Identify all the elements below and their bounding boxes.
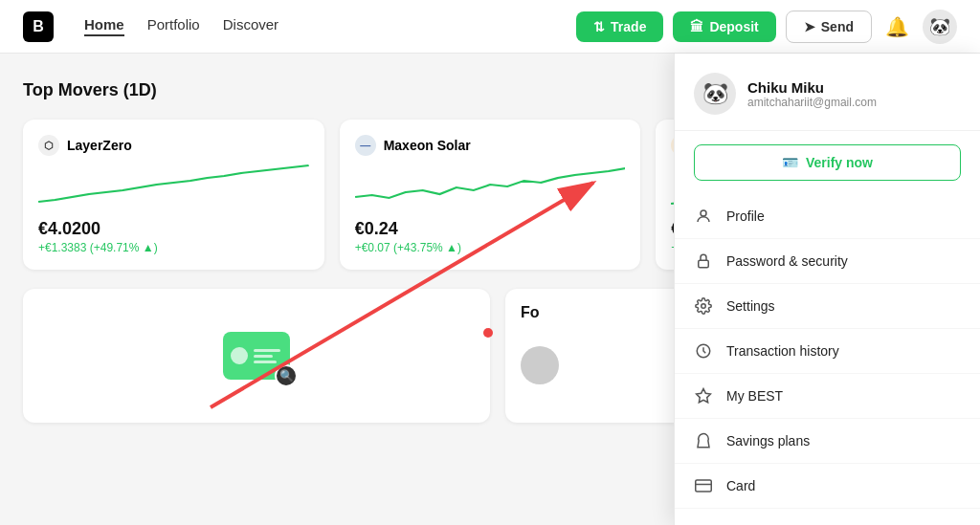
dropdown-user-section: 🐼 Chiku Miku amitchahariit@gmail.com [675, 54, 980, 131]
menu-item-password[interactable]: Password & security [675, 239, 980, 284]
menu-item-card[interactable]: Card [675, 464, 980, 509]
maxeon-chart [355, 164, 626, 211]
avatar-circle [521, 346, 559, 384]
star-icon [694, 386, 713, 405]
maxeon-price: €0.24 [355, 219, 626, 239]
layerzero-price: €4.0200 [38, 219, 309, 239]
mover-name: — Maxeon Solar [355, 135, 626, 156]
menu-item-transaction[interactable]: Transaction history [675, 329, 980, 374]
dot-indicator [483, 328, 493, 338]
nav-discover[interactable]: Discover [223, 16, 278, 36]
maxeon-icon: — [355, 135, 376, 156]
maxeon-change: +€0.07 (+43.75% ▲) [355, 241, 626, 254]
dropdown-user-name: Chiku Miku [747, 79, 877, 96]
logo: B [23, 11, 54, 42]
user-avatar-icon: 🐼 [929, 16, 950, 37]
header-actions: ⇅ Trade 🏛 Deposit ➤ Send 🔔 🐼 [576, 10, 957, 44]
mover-card-layerzero[interactable]: ⬡ LayerZero €4.0200 +€1.3383 (+49.71% ▲) [23, 120, 324, 270]
deposit-icon: 🏛 [690, 19, 703, 34]
logo-icon: B [23, 11, 54, 42]
profile-icon [694, 207, 713, 226]
send-button[interactable]: ➤ Send [786, 11, 872, 43]
user-avatar-button[interactable]: 🐼 [923, 10, 957, 44]
layerzero-chart [38, 164, 309, 211]
verify-icon: 🪪 [782, 155, 798, 170]
trade-button[interactable]: ⇅ Trade [576, 11, 663, 42]
notifications-button[interactable]: 🔔 [881, 11, 913, 42]
verify-now-button[interactable]: 🪪 Verify now [694, 144, 961, 181]
mover-card-maxeon[interactable]: — Maxeon Solar €0.24 +€0.07 (+43.75% ▲) [340, 120, 641, 270]
user-dropdown-panel: 🐼 Chiku Miku amitchahariit@gmail.com 🪪 V… [674, 54, 980, 525]
section-title: Top Movers (1D) [23, 80, 157, 100]
main-content: Top Movers (1D) 1D 7D 30D ⬡ LayerZero [0, 54, 980, 525]
nav-home[interactable]: Home [84, 16, 124, 36]
svg-rect-1 [699, 260, 709, 268]
dropdown-user-info: Chiku Miku amitchahariit@gmail.com [747, 79, 877, 109]
send-icon: ➤ [804, 19, 815, 34]
nav-portfolio[interactable]: Portfolio [147, 16, 200, 36]
dropdown-avatar: 🐼 [694, 73, 736, 115]
card-icon [694, 476, 713, 495]
layerzero-icon: ⬡ [38, 135, 59, 156]
kyc-lines [254, 349, 280, 363]
trade-icon: ⇅ [593, 19, 605, 34]
history-icon [694, 341, 713, 361]
settings-icon [694, 296, 713, 316]
kyc-card: 🔍 [23, 289, 490, 423]
svg-rect-5 [696, 480, 712, 492]
kyc-line-1 [254, 349, 280, 352]
menu-item-mybest[interactable]: My BEST [675, 374, 980, 419]
lock-icon [694, 252, 713, 271]
kyc-illustration: 🔍 [223, 332, 290, 380]
kyc-line-3 [254, 361, 277, 363]
layerzero-change: +€1.3383 (+49.71% ▲) [38, 241, 309, 254]
svg-marker-4 [697, 389, 711, 403]
mover-name: ⬡ LayerZero [38, 135, 309, 156]
deposit-button[interactable]: 🏛 Deposit [673, 11, 775, 42]
menu-item-settings[interactable]: Settings [675, 284, 980, 329]
menu-item-profile[interactable]: Profile [675, 194, 980, 239]
svg-point-0 [701, 210, 706, 216]
kyc-line-2 [254, 355, 273, 358]
kyc-person-shape [231, 347, 248, 364]
fo-title: Fo [521, 304, 540, 321]
savings-icon [694, 431, 713, 450]
dropdown-user-email: amitchahariit@gmail.com [747, 96, 877, 109]
bell-icon: 🔔 [885, 16, 909, 37]
header: B Home Portfolio Discover ⇅ Trade 🏛 Depo… [0, 0, 980, 54]
svg-point-2 [702, 304, 706, 309]
kyc-card-icon: 🔍 [223, 332, 290, 380]
dropdown-menu-list: Profile Password & security Settings Tra… [675, 194, 980, 509]
menu-item-savings[interactable]: Savings plans [675, 419, 980, 464]
kyc-search-icon: 🔍 [275, 364, 298, 387]
main-nav: Home Portfolio Discover [84, 16, 576, 36]
